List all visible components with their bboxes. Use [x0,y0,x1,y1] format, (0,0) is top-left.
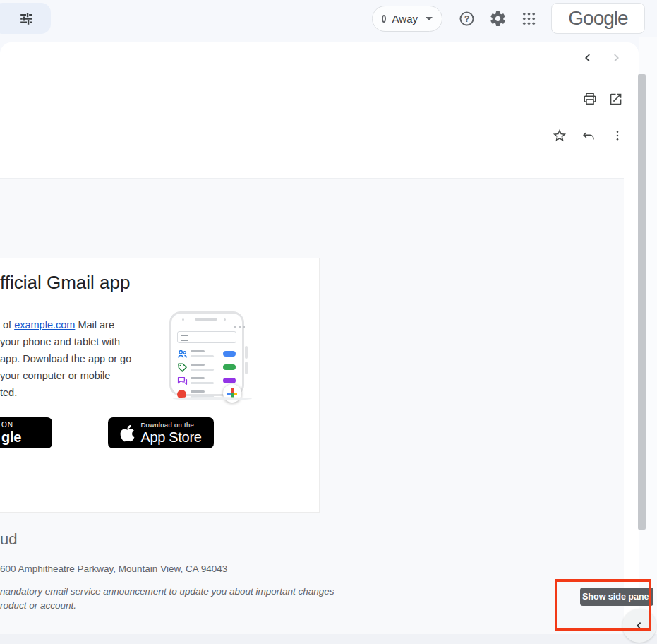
more-vert-icon [611,129,624,142]
chevron-left-icon [634,620,645,631]
footer-brand: ud [0,530,17,549]
phone-speaker [195,318,217,321]
open-in-new-window-button[interactable] [608,91,623,107]
open-in-new-icon [608,92,623,107]
gmail-window: Away ? Google [0,0,657,644]
plus-arm-red [231,388,234,393]
reply-button[interactable] [581,129,596,143]
newer-message-button[interactable] [581,51,595,65]
app-store-badge-text: Download on the App Store [140,422,201,445]
chevron-down-icon [426,17,433,20]
show-side-panel-button[interactable] [622,609,656,643]
hamburger-menu-icon [181,335,188,342]
print-icon [582,91,598,107]
people-icon [177,349,188,359]
apps-grid-icon [521,11,537,27]
availability-status-dropdown[interactable]: Away [372,6,442,32]
green-pill [223,364,236,370]
apple-logo-icon [120,424,135,443]
phone-list-row [177,349,245,360]
star-icon [552,128,567,143]
email-paragraph: of example.com Mail are your phone and t… [0,316,141,401]
print-button[interactable] [582,91,598,107]
footer-disclaimer-line: roduct or account. [0,600,76,611]
google-apps-button[interactable] [519,9,538,28]
appstore-badge-bottom-text: App Store [140,430,201,444]
phone-side-button [245,346,248,359]
status-label: Away [392,13,418,25]
purple-pill [223,378,236,383]
phone-shadow [173,397,252,400]
phone-camera-dot [182,318,184,321]
tune-icon [18,10,35,28]
email-heading: fficial Gmail app [0,272,131,294]
paragraph-line: ted. [0,384,141,401]
blue-pill [223,351,236,357]
search-filters-button[interactable] [0,3,51,34]
top-header: Away ? Google [0,0,657,37]
paragraph-line: app. Download the app or go [0,350,141,367]
star-button[interactable] [552,128,567,143]
google-play-badge[interactable]: ON gle Play [0,417,52,448]
google-play-badge-text: ON gle Play [1,421,52,448]
play-badge-top-text: ON [1,421,52,429]
google-logo-container: Google [551,3,645,34]
settings-gear-icon [489,10,507,28]
chevron-right-icon [610,52,622,64]
gmail-app-illustration [169,311,256,402]
example-link[interactable]: example.com [14,319,75,330]
more-options-button[interactable] [611,129,624,142]
paragraph-text: of [0,319,14,330]
page-bottom-strip [0,634,657,644]
paragraph-line: your computer or mobile [0,367,141,384]
google-logo: Google [568,7,627,30]
scrollbar-thumb[interactable] [638,74,646,530]
phone-search-bar [177,331,236,343]
help-button[interactable]: ? [457,9,476,28]
status-circle-icon [382,15,386,23]
paragraph-line: your phone and tablet with [0,333,141,350]
phone-list-row [177,362,245,374]
help-icon: ? [458,10,476,28]
paragraph-line: of example.com Mail are [0,316,141,333]
phone-status-icons [234,326,245,328]
older-message-button[interactable] [609,51,623,65]
chevron-left-icon [581,52,594,64]
paragraph-text: Mail are [75,319,114,330]
label-tag-icon [177,362,188,373]
chat-icon [177,376,188,386]
phone-camera-dot [224,318,226,321]
footer-address: 600 Amphitheatre Parkway, Mountain View,… [0,564,227,574]
show-side-panel-tooltip: Show side panel [580,588,653,606]
settings-button[interactable] [488,9,507,28]
footer-disclaimer-line: nandatory email service announcement to … [0,586,334,597]
phone-side-button [245,362,248,374]
app-store-badge[interactable]: Download on the App Store [108,417,214,448]
play-badge-bottom-text: gle Play [1,429,52,448]
svg-text:?: ? [464,13,469,23]
reply-icon [581,129,596,143]
appstore-badge-top-text: Download on the [140,422,201,429]
